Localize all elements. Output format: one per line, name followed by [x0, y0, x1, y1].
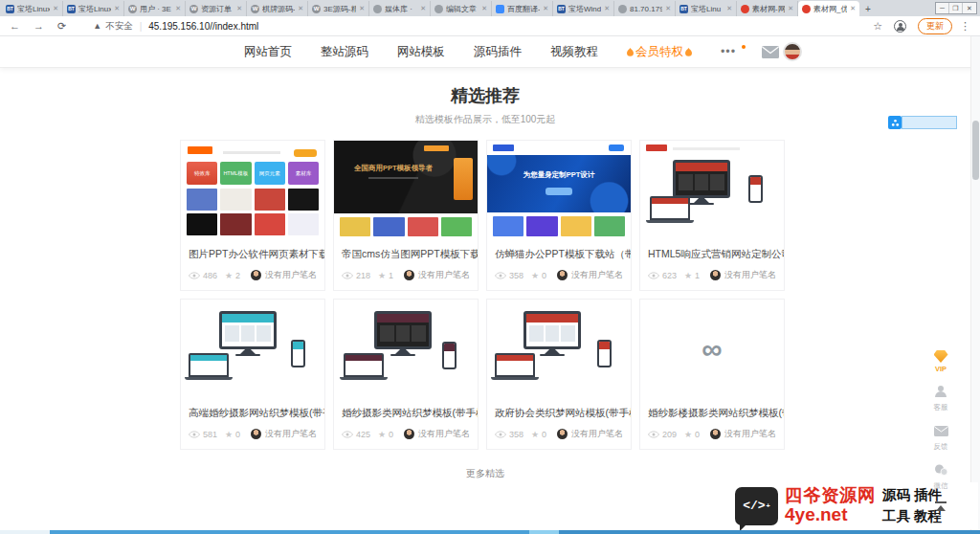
broken-image-icon: ∞: [702, 333, 722, 366]
nav-templates[interactable]: 网站模板: [397, 44, 445, 60]
browser-tab[interactable]: 素材网_优 ✕: [798, 1, 859, 16]
card-title[interactable]: 图片PPT办公软件网页素材下载站平台: [181, 240, 324, 263]
browser-tab[interactable]: 81.70.179. ✕: [614, 1, 676, 16]
nav-plugins[interactable]: 源码插件: [474, 44, 522, 60]
update-button[interactable]: 更新: [918, 18, 952, 34]
tab-close-icon[interactable]: ✕: [114, 5, 120, 12]
card-title[interactable]: 仿蝉猫办公PPT模板下载站（带会员、: [487, 240, 631, 263]
back-to-top-button[interactable]: [926, 501, 955, 511]
browser-tab[interactable]: 用户 · 3E ✕: [124, 1, 186, 16]
security-label[interactable]: 不安全: [105, 20, 133, 33]
template-card[interactable]: 为您量身定制PPT设计 仿蝉猫办公PPT模板下载站（带会员、 358 ★ 0 没…: [486, 140, 632, 291]
minimize-icon[interactable]: ─: [936, 3, 949, 13]
tab-close-icon[interactable]: ✕: [543, 5, 548, 12]
tab-close-icon[interactable]: ✕: [788, 5, 793, 12]
card-thumbnail[interactable]: 特效库 HTML模板 网页元素 素材库: [181, 141, 324, 240]
card-title[interactable]: HTML5响应式营销网站定制公司织梦模: [640, 240, 784, 263]
card-title[interactable]: 高端婚纱摄影网站织梦模板(带手机端: [181, 399, 324, 422]
author-avatar: [404, 429, 414, 439]
floating-sidebar: VIP 客服 反馈 微信: [926, 350, 955, 511]
scrollbar-thumb[interactable]: [972, 121, 979, 180]
nav-full-source[interactable]: 整站源码: [321, 44, 368, 60]
new-tab-button[interactable]: +: [859, 1, 877, 16]
address-url-input[interactable]: 45.195.156.10//index.html: [148, 21, 873, 32]
close-icon[interactable]: ✕: [963, 3, 976, 13]
browser-tab[interactable]: 宝塔Linux ✕: [63, 1, 124, 16]
card-thumbnail[interactable]: ∞: [640, 300, 784, 399]
tab-close-icon[interactable]: ✕: [481, 5, 487, 12]
card-thumbnail[interactable]: 全国商用PPT模板领导者: [334, 141, 478, 240]
float-feedback[interactable]: 反馈: [926, 423, 955, 452]
author-avatar: [710, 429, 721, 439]
thumb-tile: HTML模板: [220, 162, 251, 185]
browser-menu-icon[interactable]: ⋮: [960, 20, 970, 33]
user-avatar[interactable]: [783, 42, 802, 61]
browser-tab[interactable]: 宝塔Linu ✕: [676, 1, 737, 16]
browser-profile-icon[interactable]: [894, 20, 906, 33]
stars-icon: ★: [531, 430, 539, 439]
template-card[interactable]: 婚纱摄影类网站织梦模板(带手机端 425 ★ 0 没有用户笔名: [333, 299, 479, 450]
tab-close-icon[interactable]: ✕: [298, 5, 303, 12]
author-name: 没有用户笔名: [571, 269, 623, 281]
author-avatar: [404, 270, 414, 280]
mail-icon[interactable]: [762, 46, 779, 58]
extension-input[interactable]: [902, 116, 957, 129]
template-card-grid: 特效库 HTML模板 网页元素 素材库 图片PPT办公软件网页素材下载站平台 4…: [180, 140, 785, 450]
tab-close-icon[interactable]: ✕: [420, 5, 426, 12]
template-card[interactable]: ∞ 婚纱影楼摄影类网站织梦模板(带移动 209 ★ 0 没有用户笔名: [639, 299, 785, 450]
float-wechat[interactable]: 微信: [926, 462, 955, 491]
browser-tab[interactable]: 宝塔Linux ✕: [2, 1, 63, 16]
browser-tab[interactable]: 3E源码-精 ✕: [308, 1, 369, 16]
nav-tutorials[interactable]: 视频教程: [550, 44, 598, 60]
security-warning-icon[interactable]: ▲: [93, 21, 101, 31]
views-icon: [342, 431, 353, 438]
template-card[interactable]: 特效库 HTML模板 网页元素 素材库 图片PPT办公软件网页素材下载站平台 4…: [180, 140, 325, 291]
card-title[interactable]: 帝国cms仿当图网PPT模板下载网站源码: [334, 240, 478, 263]
template-card[interactable]: HTML5响应式营销网站定制公司织梦模 623 ★ 1 没有用户笔名: [639, 140, 785, 291]
author-name: 没有用户笔名: [418, 269, 470, 281]
tab-close-icon[interactable]: ✕: [175, 5, 181, 12]
nav-home[interactable]: 网站首页: [244, 44, 292, 60]
page-scrollbar[interactable]: [970, 36, 980, 530]
forward-button[interactable]: →: [33, 20, 44, 32]
float-vip[interactable]: VIP: [926, 350, 955, 373]
flame-icon: [685, 48, 692, 56]
browser-tab[interactable]: 素材网-网 ✕: [737, 1, 798, 16]
template-card[interactable]: 政府协会类织梦网站模板(带手机端 358 ★ 0 没有用户笔名: [486, 299, 632, 450]
thumb-tile: 素材库: [288, 162, 319, 185]
more-featured-link[interactable]: 更多精选: [0, 467, 970, 480]
browser-tab[interactable]: 资源订单 · ✕: [186, 1, 247, 16]
browser-tab[interactable]: 媒体库 · ✕: [369, 1, 431, 16]
card-thumbnail[interactable]: [181, 300, 324, 399]
tab-close-icon[interactable]: ✕: [604, 5, 610, 12]
extension-icon[interactable]: [888, 116, 902, 129]
browser-tab[interactable]: 百度翻译- ✕: [492, 1, 553, 16]
tab-close-icon[interactable]: ✕: [53, 5, 58, 12]
card-thumbnail[interactable]: [487, 300, 631, 399]
tab-title: 宝塔Wind: [568, 4, 601, 14]
card-thumbnail[interactable]: [640, 141, 784, 240]
thumb-hero: 为您量身定制PPT设计: [487, 155, 631, 212]
maximize-icon[interactable]: ❐: [949, 3, 963, 13]
nav-vip[interactable]: 会员特权: [627, 44, 692, 60]
card-title[interactable]: 婚纱影楼摄影类网站织梦模板(带移动: [640, 399, 784, 422]
template-card[interactable]: 高端婚纱摄影网站织梦模板(带手机端 581 ★ 0 没有用户笔名: [180, 299, 325, 450]
tab-close-icon[interactable]: ✕: [236, 5, 242, 12]
float-service[interactable]: 客服: [926, 384, 955, 412]
card-title[interactable]: 婚纱摄影类网站织梦模板(带手机端: [334, 399, 478, 422]
browser-tab[interactable]: 棋牌源码- ✕: [247, 1, 308, 16]
card-thumbnail[interactable]: 为您量身定制PPT设计: [487, 141, 631, 240]
nav-more-menu[interactable]: •••: [721, 45, 736, 58]
template-card[interactable]: 全国商用PPT模板领导者 帝国cms仿当图网PPT模板下载网站源码 218 ★ …: [333, 140, 479, 291]
bookmark-star-icon[interactable]: ☆: [873, 20, 882, 33]
tab-close-icon[interactable]: ✕: [359, 5, 365, 12]
browser-tab[interactable]: 宝塔Wind ✕: [553, 1, 614, 16]
tab-close-icon[interactable]: ✕: [850, 5, 856, 12]
refresh-button[interactable]: ⟳: [57, 20, 66, 33]
back-button[interactable]: ←: [10, 20, 20, 32]
card-title[interactable]: 政府协会类织梦网站模板(带手机端: [487, 399, 631, 422]
tab-close-icon[interactable]: ✕: [726, 5, 732, 12]
card-thumbnail[interactable]: [334, 300, 478, 399]
tab-close-icon[interactable]: ✕: [665, 5, 671, 12]
browser-tab[interactable]: 编辑文章 ✕: [431, 1, 492, 16]
